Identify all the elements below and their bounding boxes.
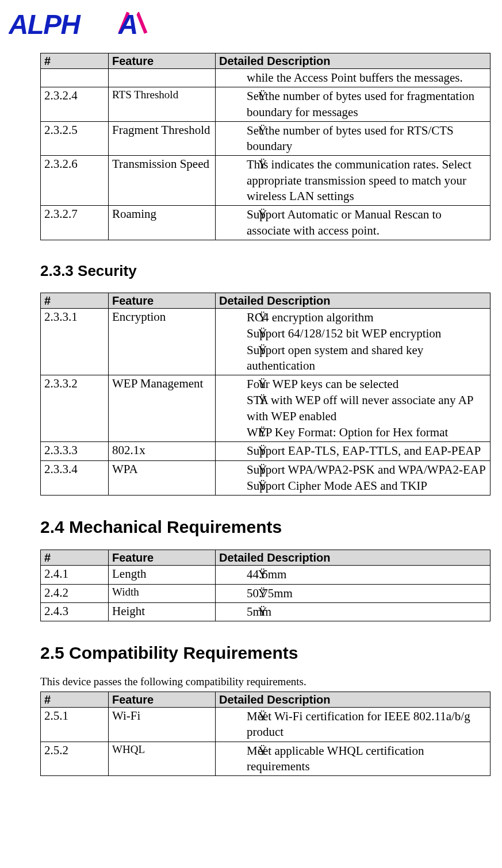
cell-description: 50.75mm [216, 584, 490, 602]
table-header-row: # Feature Detailed Description [41, 692, 490, 708]
cell-number: 2.3.2.5 [41, 121, 109, 156]
section-heading-security: 2.3.3 Security [40, 262, 490, 280]
cell-description: Four WEP keys can be selectedSTA with WE… [216, 375, 490, 442]
description-item: while the Access Point buffers the messa… [247, 70, 486, 86]
cell-feature: Transmission Speed [109, 156, 216, 206]
col-header-desc: Detailed Description [216, 550, 490, 566]
cell-feature: Height [109, 602, 216, 621]
description-item: Four WEP keys can be selected [247, 377, 486, 393]
cell-description: Set the number of bytes used for fragmen… [216, 87, 490, 122]
table-row: 2.4.1Length44.6mm [41, 566, 490, 584]
col-header-num: # [41, 550, 109, 566]
cell-number: 2.4.1 [41, 566, 109, 584]
section-heading-compatibility: 2.5 Compatibility Requirements [40, 643, 490, 663]
cell-description: while the Access Point buffers the messa… [216, 69, 490, 87]
cell-feature: Encryption [109, 308, 216, 375]
table-row: 2.5.1Wi-FiMeet Wi-Fi certification for I… [41, 708, 490, 742]
cell-description: 5mm [216, 602, 490, 621]
cell-number: 2.4.2 [41, 584, 109, 602]
description-item: Support open system and shared key authe… [247, 343, 486, 375]
cell-number: 2.5.2 [41, 742, 109, 776]
cell-feature: Roaming [109, 206, 216, 240]
description-item: 50.75mm [247, 586, 486, 602]
cell-description: This indicates the communication rates. … [216, 156, 490, 206]
cell-number: 2.3.2.6 [41, 156, 109, 206]
table-header-row: # Feature Detailed Description [41, 293, 490, 308]
col-header-feature: Feature [109, 550, 216, 566]
feature-table-mechanical: # Feature Detailed Description 2.4.1Leng… [40, 550, 490, 621]
col-header-desc: Detailed Description [216, 692, 490, 708]
cell-feature: WHQL [109, 742, 216, 776]
table-row: 2.5.2WHQLMeet applicable WHQL certificat… [41, 742, 490, 776]
table-row: 2.3.3.3802.1xSupport EAP-TLS, EAP-TTLS, … [41, 442, 490, 460]
cell-number [41, 69, 109, 87]
feature-table-radio: # Feature Detailed Description while the… [40, 53, 490, 240]
description-item: Set the number of bytes used for RTS/CTS… [247, 123, 486, 155]
svg-text:ALPH: ALPH [9, 9, 82, 40]
cell-feature: RTS Threshold [109, 87, 216, 122]
cell-number: 2.3.2.7 [41, 206, 109, 240]
col-header-num: # [41, 692, 109, 708]
description-item: RC4 encryption algorithm [247, 310, 486, 326]
description-item: WEP Key Format: Option for Hex format [247, 425, 486, 441]
table-header-row: # Feature Detailed Description [41, 53, 490, 69]
col-header-desc: Detailed Description [216, 53, 490, 69]
col-header-desc: Detailed Description [216, 293, 490, 308]
cell-feature: 802.1x [109, 442, 216, 460]
table-header-row: # Feature Detailed Description [41, 550, 490, 566]
cell-description: Meet Wi-Fi certification for IEEE 802.11… [216, 708, 490, 742]
feature-table-security: # Feature Detailed Description 2.3.3.1En… [40, 293, 490, 496]
cell-number: 2.3.3.3 [41, 442, 109, 460]
table-row: 2.3.2.4RTS ThresholdSet the number of by… [41, 87, 490, 122]
description-item: Set the number of bytes used for fragmen… [247, 89, 486, 121]
description-item: Meet Wi-Fi certification for IEEE 802.11… [247, 709, 486, 741]
cell-description: RC4 encryption algorithmSupport 64/128/1… [216, 308, 490, 375]
table-row: 2.4.3Height5mm [41, 602, 490, 621]
description-item: Support EAP-TLS, EAP-TTLS, and EAP-PEAP [247, 443, 486, 459]
description-item: 44.6mm [247, 567, 486, 583]
cell-description: Support EAP-TLS, EAP-TTLS, and EAP-PEAP [216, 442, 490, 460]
table-row: 2.3.2.6Transmission SpeedThis indicates … [41, 156, 490, 206]
table-row: 2.3.3.4WPASupport WPA/WPA2-PSK and WPA/W… [41, 460, 490, 496]
cell-feature: Fragment Threshold [109, 121, 216, 156]
cell-number: 2.3.3.1 [41, 308, 109, 375]
description-item: This indicates the communication rates. … [247, 157, 486, 205]
description-item: STA with WEP off will never associate an… [247, 393, 486, 425]
cell-feature [109, 69, 216, 87]
section-heading-mechanical: 2.4 Mechanical Requirements [40, 517, 490, 537]
svg-rect-1 [136, 11, 147, 33]
alpha-logo: ALPH A [9, 7, 490, 45]
description-item: Support Automatic or Manual Rescan to as… [247, 207, 486, 239]
table-row: 2.3.2.5Fragment ThresholdSet the number … [41, 121, 490, 156]
table-row: 2.3.3.2WEP ManagementFour WEP keys can b… [41, 375, 490, 442]
description-item: Support Cipher Mode AES and TKIP [247, 478, 486, 494]
cell-feature: WPA [109, 460, 216, 496]
description-item: 5mm [247, 604, 486, 620]
svg-text:A: A [118, 9, 137, 40]
cell-description: 44.6mm [216, 566, 490, 584]
description-item: Support WPA/WPA2-PSK and WPA/WPA2-EAP [247, 462, 486, 478]
table-row: 2.4.2Width50.75mm [41, 584, 490, 602]
cell-feature: Length [109, 566, 216, 584]
col-header-num: # [41, 293, 109, 308]
cell-number: 2.3.3.2 [41, 375, 109, 442]
table-row: 2.3.2.7RoamingSupport Automatic or Manua… [41, 206, 490, 240]
feature-table-compatibility: # Feature Detailed Description 2.5.1Wi-F… [40, 692, 490, 776]
description-item: Meet applicable WHQL certification requi… [247, 743, 486, 775]
cell-description: Set the number of bytes used for RTS/CTS… [216, 121, 490, 156]
cell-description: Meet applicable WHQL certification requi… [216, 742, 490, 776]
compatibility-intro: This device passes the following compati… [40, 675, 490, 688]
cell-feature: WEP Management [109, 375, 216, 442]
cell-number: 2.4.3 [41, 602, 109, 621]
table-row: 2.3.3.1EncryptionRC4 encryption algorith… [41, 308, 490, 375]
cell-number: 2.3.3.4 [41, 460, 109, 496]
col-header-num: # [41, 53, 109, 69]
cell-feature: Wi-Fi [109, 708, 216, 742]
cell-description: Support Automatic or Manual Rescan to as… [216, 206, 490, 240]
cell-number: 2.5.1 [41, 708, 109, 742]
col-header-feature: Feature [109, 53, 216, 69]
cell-feature: Width [109, 584, 216, 602]
col-header-feature: Feature [109, 293, 216, 308]
description-item: Support 64/128/152 bit WEP encryption [247, 326, 486, 342]
cell-number: 2.3.2.4 [41, 87, 109, 122]
